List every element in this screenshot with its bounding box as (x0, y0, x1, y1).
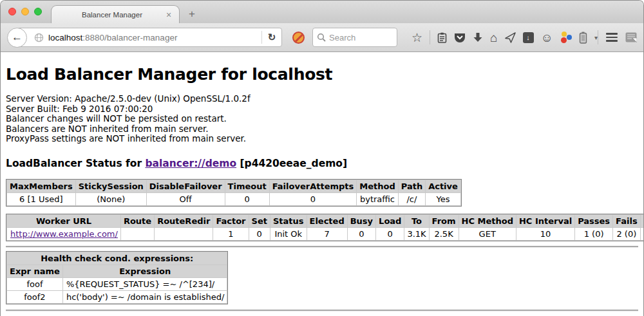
cell-elected: 7 (307, 227, 347, 240)
status-suffix: [p4420eeae_demo] (236, 158, 347, 169)
table-row: 6 [1 Used] (None) Off 0 0 bytraffic /c/ … (7, 192, 461, 205)
reload-button[interactable]: ↻ (262, 32, 281, 43)
col-load: Load (376, 214, 404, 227)
cell-from: 2.5K (429, 227, 459, 240)
cell-expr-name: foof2 (7, 290, 63, 303)
home-icon[interactable]: ⌂ (490, 32, 497, 44)
col-disablefailover: DisableFailover (146, 180, 225, 192)
col-maxmembers: MaxMembers (7, 180, 76, 192)
col-method: Method (357, 180, 398, 192)
col-to: To (404, 214, 429, 227)
col-hc-method: HC Method (459, 214, 516, 227)
window-close-button[interactable] (8, 8, 16, 15)
tab-balancer-manager[interactable]: Balancer Manager × (51, 5, 180, 23)
col-set: Set (249, 214, 270, 227)
cell-hc-interval: 10 (516, 227, 574, 240)
content-blocked-icon[interactable] (292, 32, 305, 44)
battery-extension-icon[interactable] (579, 32, 587, 44)
col-hc-interval: HC Interval (516, 214, 574, 227)
toolbar-divider (430, 30, 430, 44)
new-tab-button[interactable]: + (180, 8, 195, 23)
menu-hamburger-icon[interactable] (606, 33, 618, 42)
bookmark-star-icon[interactable]: ☆ (412, 32, 422, 44)
download-glyph: ↓ (526, 33, 530, 41)
cell-path: /c/ (398, 192, 425, 205)
url-bar[interactable]: localhost:8880/balancer-manager ↻ (17, 28, 282, 47)
server-info: Server Version: Apache/2.5.0-dev (Unix) … (6, 94, 638, 144)
col-expression: Expression (62, 265, 227, 277)
col-failoverattempts: FailoverAttempts (269, 180, 357, 192)
col-route: Route (120, 214, 154, 227)
tab-close-icon[interactable]: × (164, 10, 174, 19)
cell-load: 0 (376, 227, 404, 240)
table-header-row: Worker URL Route RouteRedir Factor Set S… (7, 214, 644, 227)
cell-expression: %{REQUEST_STATUS} =~ /^[234]/ (62, 277, 227, 290)
page-tool-extension-icon[interactable] (625, 32, 637, 42)
cell-routeredir (155, 227, 213, 240)
balancer-demo-link[interactable]: balancer://demo (145, 158, 236, 169)
forum-smiley-icon[interactable]: ☺ (541, 32, 553, 44)
cell-active: Yes (426, 192, 461, 205)
back-button[interactable]: ← (7, 28, 27, 48)
health-check-table: Health check cond. expressions: Expr nam… (6, 252, 227, 304)
window-minimize-button[interactable] (21, 8, 29, 15)
col-timeout: Timeout (225, 180, 269, 192)
back-arrow-icon: ← (12, 31, 23, 44)
col-status: Status (270, 214, 307, 227)
send-tab-icon[interactable] (505, 32, 516, 43)
server-built-line: Server Built: Feb 9 2016 07:00:20 (6, 104, 638, 115)
col-worker-url: Worker URL (7, 214, 121, 227)
table-header-row: MaxMembers StickySession DisableFailover… (7, 180, 461, 192)
titlebar: Balancer Manager × + (1, 1, 643, 23)
globe-icon (34, 33, 44, 42)
worker-status-table: Worker URL Route RouteRedir Factor Set S… (6, 214, 643, 241)
cell-hc-uri (640, 227, 643, 240)
cell-stickysession: (None) (75, 192, 146, 205)
cell-passes: 1 (0) (575, 227, 613, 240)
tab-title: Balancer Manager (61, 11, 164, 19)
col-elected: Elected (307, 214, 347, 227)
persist-note-line: Balancer changes will NOT be persisted o… (6, 114, 638, 124)
health-table-title: Health check cond. expressions: (7, 252, 227, 265)
cell-expression: hc('body') =~ /domain is established/ (62, 290, 227, 303)
col-busy: Busy (347, 214, 375, 227)
clipboard-icon[interactable] (437, 32, 447, 43)
search-bar[interactable] (312, 28, 397, 47)
proxypass-note-line: ProxyPass settings are NOT inherited fro… (6, 134, 638, 144)
status-prefix: LoadBalancer Status for (6, 158, 145, 169)
cell-expr-name: foof (7, 277, 63, 290)
toolbar-divider (598, 30, 598, 44)
window-zoom-button[interactable] (34, 8, 42, 15)
url-path: :8880/balancer-manager (82, 33, 177, 42)
downloads-arrow-icon[interactable] (473, 32, 483, 42)
cell-fails: 2 (0) (613, 227, 641, 240)
balancer-config-table: MaxMembers StickySession DisableFailover… (6, 180, 461, 206)
toolbar-icons: ☆ ⌂ ↓ ☺ ▾ (412, 30, 598, 44)
cell-maxmembers: 6 [1 Used] (7, 192, 76, 205)
cell-disablefailover: Off (146, 192, 225, 205)
table-header-row: Expr name Expression (7, 265, 227, 277)
col-path: Path (398, 180, 425, 192)
search-input[interactable] (329, 33, 387, 42)
browser-window: Balancer Manager × + ← localhost:8880/ba… (0, 0, 644, 316)
cell-to: 3.1K (404, 227, 429, 240)
url-text[interactable]: localhost:8880/balancer-manager (48, 33, 261, 42)
table-row: foof %{REQUEST_STATUS} =~ /^[234]/ (7, 277, 227, 290)
navigation-toolbar: ← localhost:8880/balancer-manager ↻ ☆ (1, 23, 643, 52)
colored-dots-extension-icon[interactable] (560, 32, 572, 43)
cell-worker-url: http://www.example.com/ (7, 227, 121, 240)
page-title: Load Balancer Manager for localhost (6, 52, 638, 84)
worker-url-link[interactable]: http://www.example.com/ (10, 229, 118, 239)
pocket-icon[interactable] (454, 32, 466, 43)
col-active: Active (426, 180, 461, 192)
cell-timeout: 0 (225, 192, 269, 205)
col-routeredir: RouteRedir (155, 214, 213, 227)
url-host: localhost (48, 33, 82, 42)
page-content: Load Balancer Manager for localhost Serv… (1, 52, 643, 316)
col-fails: Fails (613, 214, 641, 227)
download-manager-icon[interactable]: ↓ (523, 32, 534, 43)
search-icon (317, 33, 326, 42)
traffic-lights (8, 8, 42, 15)
horizontal-rule (6, 310, 638, 311)
horizontal-rule (6, 246, 638, 248)
